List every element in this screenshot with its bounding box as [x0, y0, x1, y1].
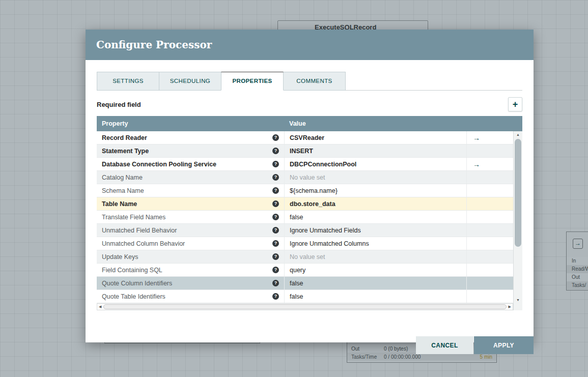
help-icon[interactable]: ? [272, 174, 279, 181]
help-icon[interactable]: ? [272, 240, 279, 247]
column-header-property: Property [97, 120, 284, 127]
scrollbar-corner [513, 303, 522, 310]
property-cell: Quote Column Identifiers? [97, 277, 284, 289]
arrow-cell [466, 211, 513, 223]
table-row[interactable]: Table Name?dbo.store_data [97, 197, 513, 211]
property-value[interactable]: false [284, 277, 466, 289]
property-value[interactable]: INSERT [284, 144, 466, 157]
plus-icon: + [513, 99, 518, 109]
property-name: Schema Name [102, 187, 144, 194]
vertical-scrollbar[interactable]: ▲ ▼ [513, 131, 522, 303]
arrow-cell [466, 250, 513, 263]
help-icon[interactable]: ? [272, 280, 279, 286]
arrow-cell [466, 197, 513, 210]
property-cell: Translate Field Names? [97, 211, 284, 223]
property-name: Unmatched Column Behavior [102, 240, 185, 247]
property-value[interactable]: dbo.store_data [284, 197, 466, 210]
dialog-title: Configure Processor [86, 39, 212, 51]
table-toolbar: Required field + [97, 97, 522, 112]
help-icon[interactable]: ? [272, 267, 279, 273]
scroll-left-icon[interactable]: ◀ [99, 305, 101, 309]
table-header-row: Property Value [97, 116, 522, 131]
help-icon[interactable]: ? [272, 134, 279, 141]
cancel-button[interactable]: CANCEL [416, 336, 473, 354]
table-row[interactable]: Update Keys?No value set [97, 250, 513, 264]
property-cell: Catalog Name? [97, 171, 284, 184]
configure-processor-dialog: Configure Processor SETTINGS SCHEDULING … [86, 30, 534, 342]
tab-settings[interactable]: SETTINGS [97, 72, 159, 91]
horizontal-scrollbar[interactable]: ◀ ▶ [97, 303, 513, 310]
table-row[interactable]: Statement Type?INSERT [97, 144, 513, 158]
property-value[interactable]: DBCPConnectionPool [284, 158, 466, 170]
arrow-cell [466, 264, 513, 276]
table-row[interactable]: Translate Field Names?false [97, 211, 513, 224]
property-value[interactable]: false [284, 211, 466, 223]
apply-button[interactable]: APPLY [474, 336, 534, 354]
help-icon[interactable]: ? [272, 148, 279, 154]
property-name: Catalog Name [102, 174, 143, 181]
vertical-scroll-thumb[interactable] [515, 139, 521, 247]
property-cell: Field Containing SQL? [97, 264, 284, 276]
required-field-label: Required field [97, 101, 141, 108]
table-row[interactable]: Unmatched Column Behavior?Ignore Unmatch… [97, 237, 513, 250]
scroll-down-icon[interactable]: ▼ [514, 298, 522, 302]
help-icon[interactable]: ? [272, 200, 279, 207]
table-row[interactable]: Quote Table Identifiers?false [97, 290, 513, 303]
help-icon[interactable]: ? [272, 227, 279, 234]
dialog-header: Configure Processor [86, 30, 534, 60]
property-name: Table Name [102, 200, 137, 208]
arrow-cell [466, 290, 513, 303]
help-icon[interactable]: ? [272, 214, 279, 220]
help-icon[interactable]: ? [272, 293, 279, 300]
property-value[interactable]: CSVReader [284, 131, 466, 144]
property-cell: Update Keys? [97, 250, 284, 263]
property-value[interactable]: Ignore Unmatched Fields [284, 224, 466, 237]
tab-scheduling[interactable]: SCHEDULING [159, 72, 221, 91]
dialog-body: SETTINGS SCHEDULING PROPERTIES COMMENTS … [86, 72, 534, 354]
property-name: Record Reader [102, 134, 147, 141]
property-value[interactable]: false [284, 290, 466, 303]
property-cell: Unmatched Column Behavior? [97, 237, 284, 250]
horizontal-scroll-thumb[interactable] [103, 304, 507, 309]
properties-table-body: Record Reader?CSVReader→Statement Type?I… [97, 131, 513, 303]
table-row[interactable]: Field Containing SQL?query [97, 264, 513, 277]
scroll-right-icon[interactable]: ▶ [509, 305, 511, 309]
help-icon[interactable]: ? [272, 161, 279, 167]
tab-comments[interactable]: COMMENTS [283, 72, 346, 91]
property-value[interactable]: ${schema.name} [284, 184, 466, 197]
table-row[interactable]: Schema Name?${schema.name} [97, 184, 513, 197]
properties-table: Property Value Record Reader?CSVReader→S… [97, 116, 522, 310]
column-header-value: Value [284, 120, 306, 127]
help-icon[interactable]: ? [272, 253, 279, 260]
table-row[interactable]: Unmatched Field Behavior?Ignore Unmatche… [97, 224, 513, 237]
help-icon[interactable]: ? [272, 187, 279, 194]
table-row[interactable]: Catalog Name?No value set [97, 171, 513, 184]
arrow-cell [466, 237, 513, 250]
property-name: Field Containing SQL [102, 267, 162, 274]
property-cell: Quote Table Identifiers? [97, 290, 284, 303]
arrow-cell [466, 277, 513, 289]
property-name: Unmatched Field Behavior [102, 227, 177, 234]
arrow-cell [466, 171, 513, 184]
scroll-up-icon[interactable]: ▲ [514, 133, 522, 136]
property-value[interactable]: query [284, 264, 466, 276]
table-row[interactable]: Record Reader?CSVReader→ [97, 131, 513, 144]
arrow-cell [466, 224, 513, 237]
go-to-service-icon[interactable]: → [466, 158, 513, 170]
property-value[interactable]: No value set [284, 171, 466, 184]
tab-properties[interactable]: PROPERTIES [221, 72, 284, 91]
property-value[interactable]: No value set [284, 250, 466, 263]
property-value[interactable]: Ignore Unmatched Columns [284, 237, 466, 250]
add-property-button[interactable]: + [508, 97, 522, 111]
table-row[interactable]: Database Connection Pooling Service?DBCP… [97, 158, 513, 171]
property-cell: Table Name? [97, 197, 284, 210]
arrow-cell [466, 144, 513, 157]
go-to-service-icon[interactable]: → [466, 131, 513, 144]
tab-bar: SETTINGS SCHEDULING PROPERTIES COMMENTS [97, 72, 522, 91]
property-name: Statement Type [102, 148, 149, 155]
table-row[interactable]: Quote Column Identifiers?false [97, 277, 513, 290]
property-cell: Record Reader? [97, 131, 284, 144]
dialog-buttons: CANCEL APPLY [416, 336, 534, 354]
property-name: Quote Column Identifiers [102, 280, 172, 287]
property-cell: Unmatched Field Behavior? [97, 224, 284, 237]
